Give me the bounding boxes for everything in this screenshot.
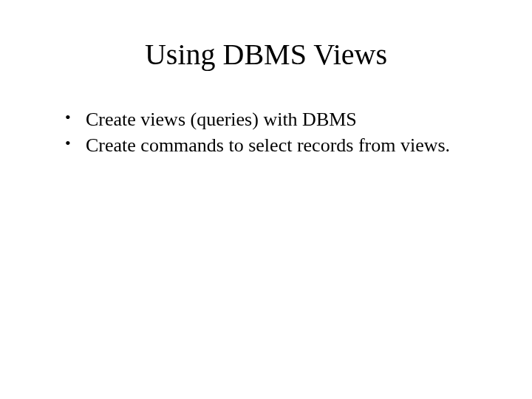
slide-title: Using DBMS Views (52, 37, 480, 72)
list-item: Create views (queries) with DBMS (65, 107, 480, 132)
list-item: Create commands to select records from v… (65, 133, 480, 157)
slide-container: Using DBMS Views Create views (queries) … (0, 0, 532, 399)
bullet-list: Create views (queries) with DBMS Create … (52, 107, 480, 158)
